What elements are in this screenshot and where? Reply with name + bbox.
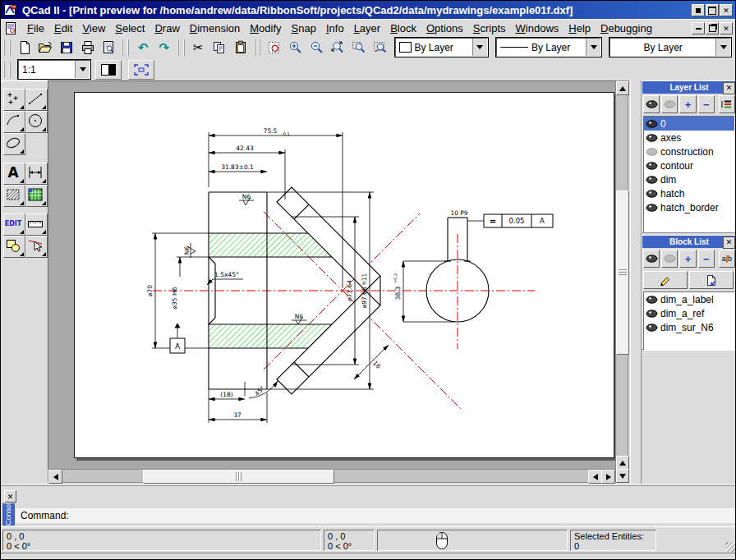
menu-item-block[interactable]: Block — [385, 21, 421, 35]
zoom-window-button[interactable] — [349, 38, 369, 57]
edit-block-button[interactable] — [643, 271, 688, 289]
toolbar-handle[interactable] — [3, 39, 11, 56]
remove-layer-button[interactable]: − — [698, 95, 715, 113]
edit-layer-button[interactable] — [719, 95, 735, 113]
hide-all-layers-button[interactable] — [661, 95, 678, 113]
toolbar-handle[interactable] — [177, 39, 185, 56]
horizontal-scrollbar[interactable] — [48, 469, 615, 483]
copy-button[interactable] — [209, 38, 229, 57]
dock-splitter[interactable] — [630, 80, 642, 484]
cut-button[interactable]: ✂ — [189, 38, 209, 57]
eye-icon[interactable] — [646, 176, 658, 184]
eye-icon[interactable] — [646, 190, 658, 198]
layer-row-dim[interactable]: dim — [644, 172, 734, 186]
console-close-button[interactable]: ✕ — [4, 490, 16, 503]
maximize-button[interactable] — [706, 4, 719, 16]
eye-closed-icon[interactable] — [646, 148, 658, 156]
eye-icon[interactable] — [646, 296, 658, 304]
points-tool-button[interactable] — [3, 89, 25, 111]
zoom-in-button[interactable] — [286, 38, 306, 57]
vertical-scrollbar[interactable] — [615, 80, 628, 483]
layer-row-construction[interactable]: construction — [644, 145, 734, 158]
linewidth-combo-arrow[interactable] — [715, 39, 730, 56]
eye-icon[interactable] — [646, 204, 658, 212]
line-tool-button[interactable] — [25, 89, 48, 111]
layer-row-hatch[interactable]: hatch — [644, 186, 734, 200]
horizontal-scroll-thumb[interactable] — [143, 470, 334, 484]
rename-block-button[interactable]: a|b — [719, 250, 735, 268]
resize-grip[interactable] — [725, 542, 735, 552]
print-preview-button[interactable] — [99, 38, 119, 57]
paste-button[interactable] — [231, 38, 251, 57]
title-bar[interactable]: QCad II - [Print preview for /home/andre… — [1, 1, 735, 19]
mdi-close-button[interactable]: ✕ — [720, 22, 733, 34]
layer-row-contour[interactable]: contour — [644, 158, 734, 172]
image-tool-button[interactable] — [25, 185, 48, 207]
select-tool-button[interactable] — [25, 236, 48, 258]
menu-item-edit[interactable]: Edit — [49, 21, 77, 35]
linetype-combo-arrow[interactable] — [586, 39, 600, 56]
fit-to-page-button[interactable] — [128, 60, 154, 80]
vertical-scroll-thumb[interactable] — [616, 190, 629, 355]
zoom-pan-button[interactable] — [370, 38, 390, 57]
color-combo[interactable]: By Layer — [395, 38, 488, 57]
save-button[interactable] — [57, 38, 76, 57]
print-button[interactable] — [78, 38, 98, 57]
scroll-left-button-2[interactable] — [588, 470, 602, 484]
toolbar-handle[interactable] — [254, 39, 261, 56]
scroll-up-button-2[interactable] — [616, 456, 629, 470]
print-preview-workspace[interactable]: A = 0.05 A N6 — [48, 80, 616, 470]
mdi-restore-button[interactable] — [706, 22, 719, 34]
edit-tool-button[interactable]: EDIT — [3, 213, 25, 236]
command-input[interactable]: Command: — [16, 508, 736, 523]
linetype-combo[interactable]: By Layer — [496, 38, 601, 57]
eye-icon[interactable] — [646, 162, 658, 170]
eye-icon[interactable] — [646, 324, 658, 332]
layer-list-close-icon[interactable]: ✕ — [723, 82, 735, 94]
mdi-minimize-button[interactable] — [692, 22, 705, 34]
block-row-dim-a-label[interactable]: dim_a_label — [644, 292, 734, 306]
toolbar-handle[interactable] — [122, 39, 129, 56]
minimize-button[interactable] — [692, 4, 705, 16]
menu-item-dimension[interactable]: Dimension — [185, 21, 245, 35]
menu-item-options[interactable]: Options — [421, 21, 468, 35]
menu-item-select[interactable]: Select — [110, 21, 150, 35]
menu-item-debugging[interactable]: Debugging — [596, 21, 657, 35]
block-row-dim-a-ref[interactable]: dim_a_ref — [644, 306, 734, 320]
ellipse-tool-button[interactable] — [3, 133, 25, 155]
insert-block-button[interactable] — [689, 271, 734, 289]
layer-row-axes[interactable]: axes — [644, 131, 734, 145]
eye-icon[interactable] — [646, 310, 658, 318]
redo-button[interactable]: ↷ — [154, 38, 174, 57]
measure-tool-button[interactable] — [25, 213, 48, 236]
menu-item-info[interactable]: Info — [321, 21, 349, 35]
block-tool-button[interactable] — [3, 236, 25, 258]
menu-item-modify[interactable]: Modify — [245, 21, 286, 35]
console-tab[interactable]: Consol — [2, 503, 15, 526]
block-list-close-icon[interactable]: ✕ — [723, 236, 735, 249]
eye-icon[interactable] — [646, 120, 658, 128]
block-row-dim-sur-n6[interactable]: dim_sur_N6 — [644, 320, 734, 334]
menu-item-windows[interactable]: Windows — [511, 21, 564, 35]
menu-item-scripts[interactable]: Scripts — [468, 21, 511, 35]
menu-item-draw[interactable]: Draw — [150, 21, 184, 35]
menu-item-file[interactable]: File — [22, 21, 49, 35]
menu-item-snap[interactable]: Snap — [287, 21, 321, 35]
zoom-auto-button[interactable] — [328, 38, 347, 57]
add-block-button[interactable]: + — [679, 250, 696, 268]
undo-button[interactable]: ↶ — [133, 38, 153, 57]
hide-all-blocks-button[interactable] — [661, 250, 678, 268]
new-file-button[interactable] — [15, 38, 34, 57]
block-list-title[interactable]: Block List ✕ — [642, 236, 736, 248]
arc-tool-button[interactable] — [3, 111, 25, 133]
show-all-layers-button[interactable] — [643, 95, 660, 113]
open-file-button[interactable] — [36, 38, 56, 57]
text-tool-button[interactable]: A — [3, 163, 25, 185]
menu-item-view[interactable]: View — [77, 21, 110, 35]
remove-block-button[interactable]: − — [698, 250, 715, 268]
mdi-document-icon[interactable] — [4, 22, 17, 35]
eye-icon[interactable] — [646, 134, 658, 142]
circle-tool-button[interactable] — [25, 111, 48, 133]
color-combo-arrow[interactable] — [472, 39, 487, 56]
show-all-blocks-button[interactable] — [643, 250, 660, 268]
